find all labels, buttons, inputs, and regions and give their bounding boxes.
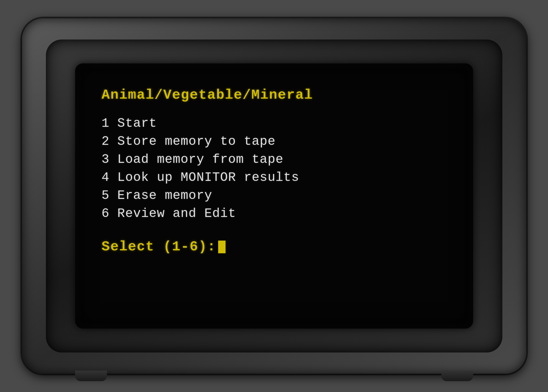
menu-item-1[interactable]: 1 Start [102, 116, 447, 130]
menu-item-5[interactable]: 5 Erase memory [102, 188, 447, 203]
monitor-bezel: Animal/Vegetable/Mineral 1 Start 2 Store… [46, 40, 502, 352]
crt-screen: Animal/Vegetable/Mineral 1 Start 2 Store… [75, 63, 473, 329]
monitor-foot-right [441, 371, 473, 381]
menu-label-3: Load memory from tape [117, 152, 283, 167]
menu-number-5: 5 [102, 188, 118, 203]
menu-number-3: 3 [102, 152, 118, 167]
input-prompt[interactable]: Select (1-6): [102, 239, 447, 255]
menu-label-2: Store memory to tape [117, 134, 275, 149]
menu-list: 1 Start 2 Store memory to tape 3 Load me… [102, 116, 447, 224]
menu-item-3[interactable]: 3 Load memory from tape [102, 152, 447, 167]
menu-item-4[interactable]: 4 Look up MONITOR results [102, 170, 447, 185]
cursor-blink [218, 241, 226, 253]
menu-item-6[interactable]: 6 Review and Edit [102, 206, 447, 221]
menu-number-1: 1 [102, 116, 118, 130]
menu-number-6: 6 [102, 206, 118, 221]
app-title: Animal/Vegetable/Mineral [102, 87, 447, 103]
prompt-text: Select (1-6): [102, 239, 216, 255]
menu-number-4: 4 [102, 170, 118, 185]
monitor-outer: Animal/Vegetable/Mineral 1 Start 2 Store… [22, 18, 526, 374]
menu-item-2[interactable]: 2 Store memory to tape [102, 134, 447, 149]
menu-label-5: Erase memory [117, 188, 212, 203]
menu-label-1: Start [117, 116, 157, 130]
menu-number-2: 2 [102, 134, 118, 149]
menu-label-6: Review and Edit [117, 206, 236, 221]
monitor-foot-left [75, 371, 107, 381]
menu-label-4: Look up MONITOR results [117, 170, 299, 185]
